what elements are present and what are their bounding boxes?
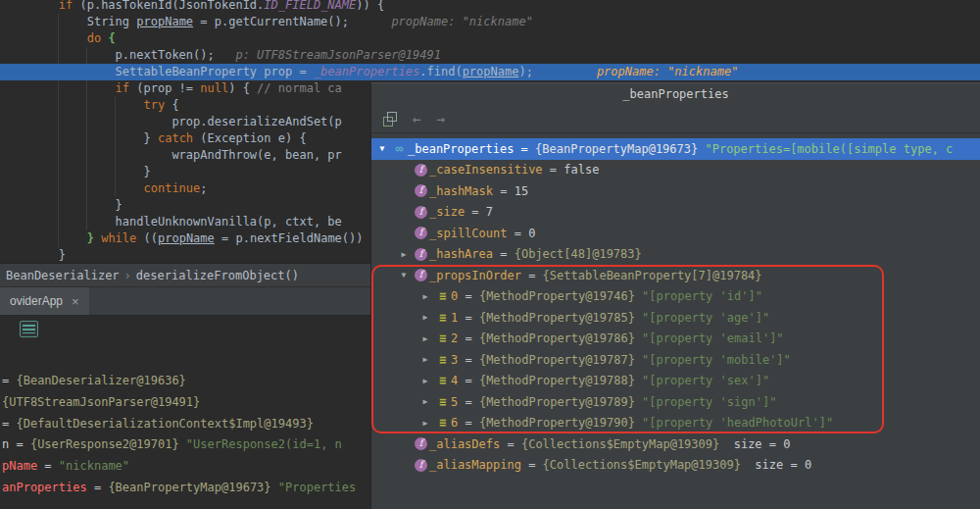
variable-row[interactable]: ▶≡4 = {MethodProperty@19788} "[property …	[371, 371, 980, 392]
text-segment: 4	[451, 374, 458, 387]
text-segment: ;	[200, 181, 207, 195]
variable-row[interactable]: ▶≡6 = {MethodProperty@19790} "[property …	[371, 413, 980, 434]
text-segment: _caseInsensitive	[429, 163, 543, 177]
variable-row[interactable]: ▼f_propsInOrder = {SettableBeanProperty[…	[371, 265, 980, 286]
text-segment: {MethodProperty@19787}	[479, 353, 642, 367]
text-segment: {UserResponse2@19701}	[30, 437, 186, 451]
chevron-right-icon[interactable]: ▶	[395, 250, 413, 259]
text-segment: "[property 'age']"	[642, 311, 769, 325]
forward-icon[interactable]: →	[436, 111, 444, 127]
text-segment: 0	[451, 289, 458, 303]
text-segment: .find(	[419, 65, 462, 78]
text-segment: }	[2, 165, 151, 178]
array-element-icon: ≡	[434, 374, 451, 387]
variable-row[interactable]: ▶≡5 = {MethodProperty@19789} "[property …	[371, 391, 980, 413]
text-segment: do	[87, 31, 101, 45]
chevron-right-icon[interactable]: ▶	[416, 292, 434, 301]
text-segment: =	[507, 227, 528, 240]
list-view-icon[interactable]	[20, 321, 38, 337]
text-segment: 7	[486, 205, 493, 219]
text-segment: {Object[48]@19783}	[514, 247, 642, 261]
watches-panel: _beanProperties ← → ▼∞_beanProperties = …	[370, 82, 980, 509]
text-segment: ) {	[228, 81, 257, 95]
text-segment: =	[458, 395, 479, 409]
chevron-right-icon[interactable]: ▶	[416, 419, 434, 428]
watch-row-selected[interactable]: ▼∞_beanProperties = {BeanPropertyMap@196…	[371, 138, 980, 160]
code-line[interactable]: if (p.hasTokenId(JsonTokenId.ID_FIELD_NA…	[2, 0, 980, 14]
tab-providerapp[interactable]: oviderApp ×	[0, 287, 89, 315]
text-segment: (p.hasTokenId(JsonTokenId.	[73, 0, 264, 12]
text-segment: }	[87, 231, 94, 245]
code-line[interactable]: p.nextToken(); p: UTF8StreamJsonParser@1…	[2, 47, 980, 64]
text-segment: {MethodProperty@19788}	[479, 374, 642, 387]
variable-row[interactable]: n = {UserResponse2@19701} "UserResponse2…	[2, 434, 368, 456]
text-segment: =	[458, 331, 479, 345]
variable-row[interactable]: ▶≡2 = {MethodProperty@19786} "[property …	[371, 329, 980, 350]
breadcrumb-item-class[interactable]: BeanDeserializer	[6, 269, 120, 282]
text-segment: p: UTF8StreamJsonParser@19491	[215, 48, 441, 62]
text-segment: propName	[136, 15, 193, 28]
variable-row[interactable]: f_hashMask = 15	[371, 180, 980, 202]
field-icon: f	[413, 269, 429, 281]
text-segment: );	[518, 65, 532, 78]
back-icon[interactable]: ←	[413, 111, 420, 127]
text-segment: {	[101, 31, 115, 45]
chevron-right-icon[interactable]: ▶	[416, 397, 434, 406]
close-icon[interactable]: ×	[72, 294, 79, 309]
text-segment: "[property 'mobile']"	[642, 353, 791, 367]
watches-toolbar: ← →	[371, 105, 980, 133]
variable-row[interactable]: ▶≡3 = {MethodProperty@19787} "[property …	[371, 349, 980, 371]
text-segment: _hashMask	[429, 184, 493, 198]
ide-debugger-screen: { "colors": { "editor_bg": "#2B2B2B", "p…	[0, 0, 980, 509]
code-line[interactable]: do {	[2, 30, 980, 47]
variable-row[interactable]: f_spillCount = 0	[371, 223, 980, 244]
text-segment: =	[2, 374, 16, 387]
text-segment: =	[458, 289, 479, 303]
chevron-right-icon[interactable]: ▶	[416, 313, 434, 322]
code-line[interactable]: String propName = p.getCurrentName(); pr…	[2, 14, 980, 30]
variable-row[interactable]: = {BeanDeserializer@19636}	[2, 371, 368, 392]
text-segment	[2, 181, 144, 195]
text-segment	[2, 31, 87, 45]
variable-row[interactable]: f_aliasDefs = {Collections$EmptyMap@1930…	[371, 433, 980, 455]
variable-row[interactable]: f_caseInsensitive = false	[371, 160, 980, 181]
text-segment: {DefaultDeserializationContext$Impl@1949…	[16, 417, 313, 431]
text-segment: n =	[2, 437, 30, 451]
text-segment: null	[200, 81, 228, 95]
text-segment: propName	[158, 231, 215, 245]
text-segment: =	[514, 142, 535, 156]
variable-row[interactable]: f_size = 7	[371, 202, 980, 224]
text-segment: 15	[514, 184, 528, 198]
chevron-down-icon[interactable]: ▼	[373, 144, 391, 153]
variable-row[interactable]: anProperties = {BeanPropertyMap@19673} "…	[2, 478, 368, 499]
chevron-right-icon[interactable]: ▶	[416, 355, 434, 364]
code-line[interactable]: SettableBeanProperty prop = _beanPropert…	[2, 64, 980, 80]
variable-row[interactable]: ▶≡0 = {MethodProperty@19746} "[property …	[371, 286, 980, 308]
text-segment: {MethodProperty@19786}	[479, 331, 642, 345]
text-segment: =	[521, 269, 543, 282]
text-segment: propName	[463, 65, 519, 78]
variable-row[interactable]: ▶f_hashArea = {Object[48]@19783}	[371, 244, 980, 266]
text-segment: ID_FIELD_NAME	[264, 0, 356, 12]
variable-row[interactable]: ▶≡1 = {MethodProperty@19785} "[property …	[371, 307, 980, 329]
breadcrumb-item-method[interactable]: deserializeFromObject()	[136, 269, 299, 282]
text-segment: "[property 'sex']"	[642, 374, 769, 387]
variable-row[interactable]: pName = "nickname"	[2, 456, 368, 478]
chevron-right-icon[interactable]: ▶	[416, 334, 434, 343]
variable-row[interactable]: {UTF8StreamJsonParser@19491}	[2, 392, 368, 414]
text-segment: (prop !=	[129, 81, 200, 95]
chevron-down-icon[interactable]: ▼	[395, 271, 413, 280]
show-watches-icon[interactable]	[381, 111, 397, 127]
variable-row[interactable]: = {DefaultDeserializationContext$Impl@19…	[2, 414, 368, 435]
chevron-right-icon[interactable]: ▶	[416, 377, 434, 385]
text-segment: {MethodProperty@19789}	[479, 395, 642, 409]
text-segment: _aliasDefs	[429, 437, 500, 451]
text-segment: while	[101, 231, 136, 245]
text-segment: _size	[429, 205, 465, 219]
variable-row[interactable]: f_aliasMapping = {Collections$EmptyMap@1…	[371, 455, 980, 477]
array-element-icon: ≡	[434, 353, 451, 367]
field-icon: f	[413, 459, 429, 472]
breadcrumb-separator-icon: ›	[120, 269, 136, 282]
text-segment: "UserResponse2(id=1, n	[186, 437, 342, 451]
text-segment: _spillCount	[429, 227, 507, 240]
